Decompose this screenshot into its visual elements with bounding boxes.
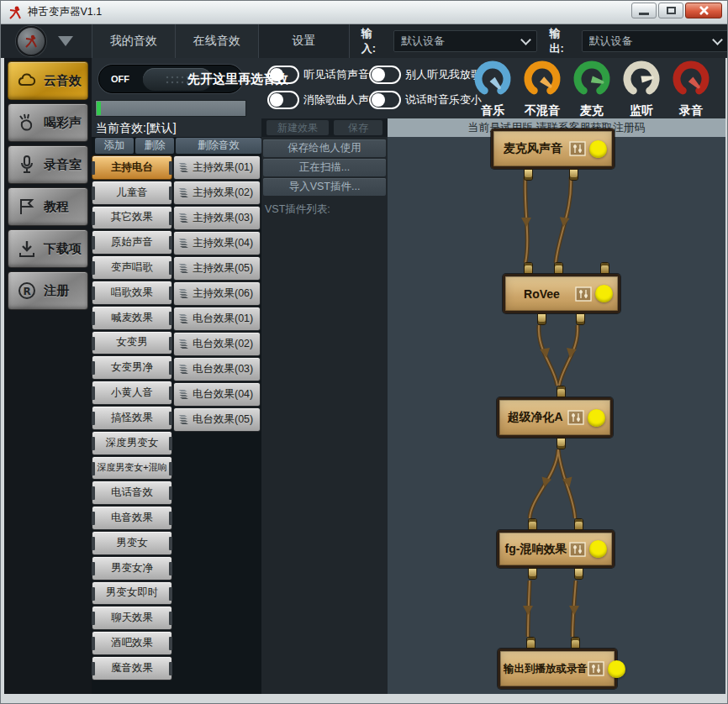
add-button[interactable]: 添加: [95, 138, 134, 154]
category-item[interactable]: 小黄人音: [92, 381, 172, 405]
category-item[interactable]: 酒吧效果: [92, 631, 172, 655]
music-knob[interactable]: 音乐: [472, 59, 513, 118]
input-device-select[interactable]: 默认设备: [393, 30, 537, 52]
sidebar-item-tutorial[interactable]: 教程: [8, 187, 88, 226]
node-super-purify-a[interactable]: 超级净化A: [497, 397, 613, 438]
node-graph-canvas[interactable]: 麦克风声音 RoVee: [388, 137, 725, 694]
input-jack: [554, 262, 563, 274]
sidebar-item-downloads[interactable]: 下载项: [8, 229, 88, 268]
monitor-knob[interactable]: 监听: [621, 59, 662, 118]
logo-menu-button[interactable]: [16, 26, 46, 56]
category-item[interactable]: 主持电台: [92, 155, 172, 180]
save-button[interactable]: 保存: [334, 120, 382, 135]
category-item[interactable]: 男变女即时: [92, 581, 172, 606]
sidebar-item-cloud-effects[interactable]: 云音效: [8, 61, 88, 100]
window-title: 神舌变声器V1.1: [28, 5, 102, 19]
category-item[interactable]: 变声唱歌: [92, 255, 172, 280]
preset-item[interactable]: 主持效果(05): [173, 256, 261, 281]
preset-item[interactable]: 电台效果(02): [173, 332, 261, 356]
mixer-sliders-icon[interactable]: [588, 661, 604, 676]
preset-item[interactable]: 电台效果(04): [173, 382, 261, 407]
title-bar: 神舌变声器V1.1: [1, 1, 728, 24]
node-status-light[interactable]: [589, 540, 607, 558]
mic-knob[interactable]: 麦克: [572, 59, 612, 118]
category-item[interactable]: 电话音效: [92, 481, 172, 505]
no-mix-knob[interactable]: 不混音: [522, 59, 562, 118]
knob-label: 监听: [621, 103, 662, 118]
preset-label: 电台效果(03): [193, 362, 253, 376]
delete-effect-button[interactable]: 删除音效: [176, 138, 261, 154]
preset-item[interactable]: 主持效果(02): [173, 181, 261, 205]
save-for-others-button[interactable]: 保存给他人使用: [263, 139, 386, 157]
scanning-button[interactable]: 正在扫描...: [263, 159, 386, 176]
toggle-hear-mic[interactable]: [267, 66, 299, 84]
category-item[interactable]: 女变男净: [92, 355, 172, 380]
applause-icon: [17, 113, 37, 133]
node-status-light[interactable]: [595, 285, 613, 302]
category-item[interactable]: 搞怪效果: [92, 406, 172, 430]
menu-dropdown-arrow-icon[interactable]: [58, 36, 73, 46]
node-status-light[interactable]: [589, 140, 607, 158]
category-item[interactable]: 聊天效果: [92, 606, 172, 630]
category-item[interactable]: 深度男变女: [92, 431, 172, 455]
mixer-sliders-icon[interactable]: [567, 410, 584, 425]
node-status-light[interactable]: [588, 409, 605, 427]
category-item[interactable]: 深度男变女+混响: [92, 456, 172, 481]
toggle-others-hear-music[interactable]: [369, 66, 401, 84]
level-meter-fill: [97, 102, 101, 115]
tab-online-effects[interactable]: 在线音效: [176, 24, 260, 58]
category-item[interactable]: 男变女净: [92, 556, 172, 581]
node-mic-source[interactable]: 麦克风声音: [491, 129, 615, 169]
node-status-light[interactable]: [608, 660, 625, 678]
preset-label: 主持效果(04): [193, 236, 253, 250]
category-item[interactable]: 儿童音: [92, 181, 172, 205]
category-item[interactable]: 原始声音: [92, 230, 172, 255]
preset-item[interactable]: 电台效果(01): [173, 307, 261, 331]
minimize-button[interactable]: [631, 3, 657, 18]
download-icon: [17, 239, 37, 259]
input-device-label: 输入:: [361, 26, 387, 56]
preset-item[interactable]: 主持效果(01): [173, 155, 261, 180]
output-jack: [574, 568, 583, 580]
category-item[interactable]: 男变女: [92, 531, 172, 555]
import-vst-button[interactable]: 导入VST插件...: [263, 178, 386, 196]
toggle-duck-music[interactable]: [369, 91, 401, 109]
delete-button[interactable]: 删除: [135, 138, 174, 154]
output-device-select[interactable]: 默认设备: [582, 30, 728, 52]
node-rovee[interactable]: RoVee: [503, 274, 620, 313]
preset-item[interactable]: 电台效果(03): [173, 357, 261, 381]
new-effect-button[interactable]: 新建效果: [266, 120, 329, 135]
toggle-remove-vocals[interactable]: [267, 91, 299, 109]
mixer-sliders-icon[interactable]: [569, 141, 586, 156]
preset-item[interactable]: 主持效果(04): [173, 231, 261, 255]
category-item[interactable]: 女变男: [92, 331, 172, 355]
category-item[interactable]: 电音效果: [92, 506, 172, 530]
category-item[interactable]: 喊麦效果: [92, 306, 172, 330]
record-knob[interactable]: 录音: [671, 59, 711, 118]
preset-stack-icon: [177, 339, 190, 349]
category-item[interactable]: 魔音效果: [92, 656, 172, 680]
main-panel: OFF 先开这里再选音效 听见话筒声音 消除歌曲人声 别人听见我放歌: [92, 58, 725, 694]
knob-dial-icon: [621, 59, 662, 99]
tab-settings[interactable]: 设置: [259, 24, 350, 58]
sidebar-item-recording-studio[interactable]: 录音室: [8, 145, 88, 184]
preset-item[interactable]: 电台效果(05): [173, 407, 261, 432]
category-item[interactable]: 其它效果: [92, 206, 172, 230]
mixer-sliders-icon[interactable]: [575, 286, 592, 302]
output-jack: [569, 169, 578, 181]
node-output-playback-record[interactable]: 输出到播放或录音: [498, 649, 617, 689]
content-area: 云音效 喝彩声 录音室 教程: [4, 58, 725, 694]
sidebar-item-register[interactable]: R 注册: [8, 271, 88, 310]
node-fg-reverb[interactable]: fg-混响效果: [497, 530, 615, 568]
sidebar-item-cheers[interactable]: 喝彩声: [8, 103, 88, 142]
mixer-sliders-icon[interactable]: [569, 542, 586, 557]
maximize-button[interactable]: [658, 3, 683, 18]
toggle-knob: [372, 68, 385, 81]
category-item[interactable]: 唱歌效果: [92, 281, 172, 305]
preset-item[interactable]: 主持效果(03): [173, 206, 261, 230]
preset-item[interactable]: 主持效果(06): [173, 281, 261, 306]
tab-my-effects[interactable]: 我的音效: [92, 24, 176, 58]
vst-toprow: 新建效果 保存: [261, 118, 388, 137]
close-button[interactable]: [685, 3, 722, 18]
toggle-knob: [270, 68, 283, 81]
